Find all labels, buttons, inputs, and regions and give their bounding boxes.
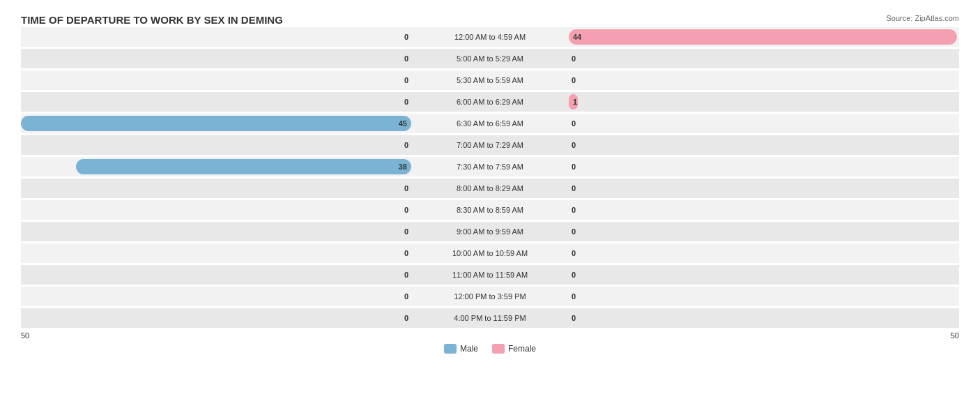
time-label: 8:30 AM to 8:59 AM [413, 206, 567, 214]
male-zero-label: 0 [404, 292, 408, 301]
time-label: 10:00 AM to 10:59 AM [413, 249, 567, 257]
male-bar-wrap: 0 [21, 265, 413, 285]
legend: Male Female [21, 344, 959, 354]
male-half: 0 [21, 92, 413, 112]
male-half: 0 [21, 200, 413, 220]
female-half: 0 [567, 308, 959, 328]
male-bar-wrap: 0 [21, 308, 413, 328]
table-row: 012:00 PM to 3:59 PM0 [21, 287, 959, 306]
female-bar-wrap: 0 [567, 49, 959, 68]
table-row: 010:00 AM to 10:59 AM0 [21, 243, 959, 263]
female-half: 0 [567, 135, 959, 155]
female-half: 44 [567, 27, 959, 47]
female-zero-label: 0 [572, 314, 576, 322]
legend-female: Female [492, 344, 536, 354]
male-zero-label: 0 [404, 141, 408, 149]
female-bar: 1 [569, 94, 578, 110]
female-zero-label: 0 [572, 249, 576, 257]
female-half: 0 [567, 265, 959, 285]
female-zero-label: 0 [572, 184, 576, 193]
table-row: 456:30 AM to 6:59 AM0 [21, 114, 959, 133]
female-zero-label: 0 [572, 206, 576, 214]
time-label: 9:00 AM to 9:59 AM [413, 227, 567, 236]
female-half: 0 [567, 243, 959, 263]
male-half: 0 [21, 49, 413, 68]
female-legend-label: Female [508, 344, 536, 354]
female-half: 0 [567, 157, 959, 176]
female-bar-wrap: 0 [567, 114, 959, 133]
male-half: 0 [21, 70, 413, 90]
female-zero-label: 0 [572, 292, 576, 301]
female-bar: 44 [569, 29, 957, 45]
male-bar-wrap: 0 [21, 222, 413, 241]
male-bar-value: 38 [399, 163, 407, 171]
female-zero-label: 0 [572, 54, 576, 63]
time-label: 6:30 AM to 6:59 AM [413, 119, 567, 128]
time-label: 12:00 PM to 3:59 PM [413, 292, 567, 301]
female-zero-label: 0 [572, 163, 576, 171]
female-bar-value: 44 [573, 33, 581, 41]
female-zero-label: 0 [572, 271, 576, 279]
female-bar-value: 1 [573, 98, 577, 106]
male-zero-label: 0 [404, 76, 408, 84]
male-half: 0 [21, 308, 413, 328]
chart-inner: 012:00 AM to 4:59 AM4405:00 AM to 5:29 A… [21, 27, 959, 354]
time-label: 12:00 AM to 4:59 AM [413, 33, 567, 41]
female-half: 0 [567, 70, 959, 90]
male-bar-wrap: 0 [21, 70, 413, 90]
male-bar: 38 [76, 159, 411, 174]
male-bar-value: 45 [399, 119, 407, 128]
time-label: 4:00 PM to 11:59 PM [413, 314, 567, 322]
male-half: 0 [21, 179, 413, 198]
table-row: 06:00 AM to 6:29 AM1 [21, 92, 959, 112]
legend-male: Male [444, 344, 478, 354]
male-half: 45 [21, 114, 413, 133]
female-bar-wrap: 0 [567, 243, 959, 263]
male-bar-wrap: 0 [21, 49, 413, 68]
female-bar-wrap: 0 [567, 135, 959, 155]
female-half: 0 [567, 287, 959, 306]
male-zero-label: 0 [404, 54, 408, 63]
male-bar-wrap: 45 [21, 114, 413, 133]
axis-left-label: 50 [21, 331, 29, 340]
male-zero-label: 0 [404, 33, 408, 41]
female-zero-label: 0 [572, 227, 576, 236]
table-row: 012:00 AM to 4:59 AM44 [21, 27, 959, 47]
male-bar-wrap: 0 [21, 27, 413, 47]
chart-title: TIME OF DEPARTURE TO WORK BY SEX IN DEMI… [21, 14, 959, 26]
table-row: 387:30 AM to 7:59 AM0 [21, 157, 959, 176]
male-zero-label: 0 [404, 98, 408, 106]
male-bar-wrap: 0 [21, 287, 413, 306]
male-bar: 45 [21, 116, 411, 131]
female-bar-wrap: 0 [567, 157, 959, 176]
male-bar-wrap: 0 [21, 135, 413, 155]
rows-container: 012:00 AM to 4:59 AM4405:00 AM to 5:29 A… [21, 27, 959, 328]
male-zero-label: 0 [404, 249, 408, 257]
male-bar-wrap: 0 [21, 243, 413, 263]
female-bar-wrap: 1 [567, 92, 959, 112]
female-zero-label: 0 [572, 76, 576, 84]
female-bar-wrap: 0 [567, 308, 959, 328]
male-legend-label: Male [460, 344, 478, 354]
time-label: 5:30 AM to 5:59 AM [413, 76, 567, 84]
female-half: 0 [567, 49, 959, 68]
male-bar-wrap: 0 [21, 179, 413, 198]
time-label: 11:00 AM to 11:59 AM [413, 271, 567, 279]
female-half: 0 [567, 200, 959, 220]
male-half: 38 [21, 157, 413, 176]
female-bar-wrap: 0 [567, 70, 959, 90]
time-label: 7:00 AM to 7:29 AM [413, 141, 567, 149]
male-zero-label: 0 [404, 227, 408, 236]
table-row: 05:30 AM to 5:59 AM0 [21, 70, 959, 90]
female-half: 1 [567, 92, 959, 112]
male-half: 0 [21, 287, 413, 306]
female-half: 0 [567, 222, 959, 241]
female-swatch [492, 344, 505, 354]
male-half: 0 [21, 243, 413, 263]
male-bar-wrap: 38 [21, 157, 413, 176]
table-row: 09:00 AM to 9:59 AM0 [21, 222, 959, 241]
table-row: 04:00 PM to 11:59 PM0 [21, 308, 959, 328]
female-bar-wrap: 0 [567, 287, 959, 306]
male-zero-label: 0 [404, 184, 408, 193]
axis-right-label: 50 [951, 331, 959, 340]
